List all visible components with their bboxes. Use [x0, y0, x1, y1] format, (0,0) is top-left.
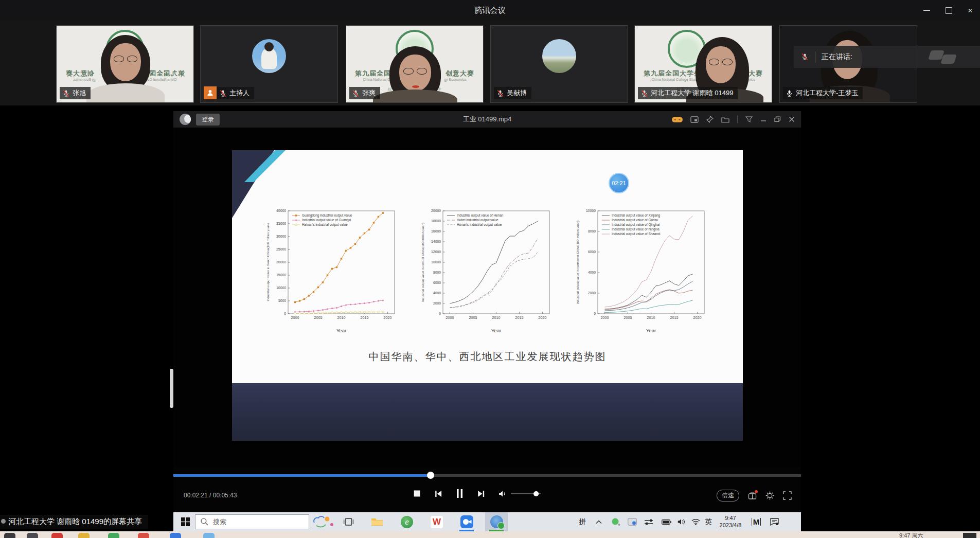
host-taskbar-icon[interactable]	[51, 533, 63, 538]
participant-name-badge: 吴献博	[494, 87, 531, 99]
folder-icon[interactable]	[721, 116, 729, 123]
tencent-meeting-taskbar-icon[interactable]	[455, 512, 478, 531]
svg-text:4000: 4000	[433, 291, 441, 295]
tray-expand-chevron-icon[interactable]	[592, 512, 605, 531]
language-indicator[interactable]: 英	[702, 512, 715, 531]
tray-chat-app-icon[interactable]	[609, 512, 623, 531]
close-icon[interactable]: ×	[968, 6, 973, 15]
seek-bar-fill	[173, 474, 431, 477]
host-taskbar-icon[interactable]	[203, 533, 215, 538]
addons-button[interactable]	[748, 492, 757, 499]
svg-text:18000: 18000	[431, 219, 441, 223]
gamepad-icon[interactable]	[672, 116, 683, 123]
video-viewport[interactable]: 02:21 0500010000150002000025000300003500…	[173, 128, 801, 467]
pause-button[interactable]	[456, 489, 464, 498]
ime-pinyin-indicator[interactable]: 拼	[576, 512, 589, 531]
tray-screenshot-app-icon[interactable]	[625, 512, 639, 531]
edge-scroll-handle[interactable]	[170, 369, 173, 408]
svg-text:14000: 14000	[431, 240, 441, 243]
taskbar-search-input[interactable]: 搜索	[195, 514, 309, 529]
muted-mic-icon	[640, 89, 648, 97]
participant-tile-wuxianbo[interactable]: 吴献博	[490, 25, 628, 103]
meeting-title: 腾讯会议	[475, 6, 506, 15]
player-settings-gear-icon[interactable]	[765, 491, 774, 500]
chart-central-china: 0200040006000800010000120001400016000180…	[419, 206, 556, 335]
host-taskbar-icon[interactable]	[4, 533, 15, 538]
host-taskbar-icon[interactable]	[138, 533, 149, 538]
pc-manager-icon[interactable]	[485, 512, 508, 531]
seek-bar[interactable]	[173, 474, 801, 477]
svg-text:Industrial output value of Xin: Industrial output value of Xinjiang	[612, 213, 661, 218]
host-taskbar-icon[interactable]	[78, 533, 90, 538]
mini-window-icon[interactable]	[690, 116, 699, 123]
volume-knob[interactable]	[533, 491, 539, 496]
action-center-icon[interactable]	[766, 512, 782, 531]
participant-tile-host[interactable]: 主持人	[200, 25, 338, 103]
svg-text:2020: 2020	[539, 315, 547, 320]
host-taskbar-icon[interactable]	[108, 533, 119, 538]
wps-icon[interactable]: W	[425, 512, 448, 531]
participant-tile-xieyuhan[interactable]: 第九届全国大学生创意大赛 China National College Stud…	[634, 25, 772, 103]
player-titlebar[interactable]: 登录 工业 01499.mp4	[173, 111, 801, 128]
participant-name-badge: 张旭	[60, 87, 91, 99]
tray-sliders-icon[interactable]	[642, 512, 656, 531]
minimize-icon[interactable]	[923, 10, 930, 11]
file-explorer-icon[interactable]	[366, 512, 388, 531]
host-clock[interactable]: 9:47 周六	[899, 532, 923, 538]
player-restore-icon[interactable]	[774, 116, 781, 122]
weather-widget-icon[interactable]	[311, 514, 335, 529]
speaking-label: 正在讲话:	[822, 52, 852, 62]
tray-speaker-icon[interactable]	[674, 512, 688, 531]
svg-text:2015: 2015	[361, 315, 369, 320]
host-taskbar-button[interactable]	[963, 533, 976, 538]
svg-text:2015: 2015	[670, 315, 679, 320]
participant-tile-zhangxu[interactable]: 第九届全国大学生创意大赛 China National College Stud…	[56, 25, 194, 103]
tray-date: 2023/4/8	[720, 522, 742, 529]
svg-text:Hainan's industrial output val: Hainan's industrial output value	[302, 223, 348, 227]
volume-control[interactable]	[498, 490, 541, 497]
svg-text:Industrial output value of Hen: Industrial output value of Henan	[457, 213, 504, 218]
svg-text:15000: 15000	[276, 273, 286, 277]
previous-button[interactable]	[434, 490, 442, 498]
start-button[interactable]	[176, 512, 194, 531]
clock[interactable]: 9:472023/4/8	[715, 512, 746, 531]
chart-south-china: 0500010000150002000025000300003500040000…	[264, 206, 401, 335]
next-button[interactable]	[477, 490, 485, 498]
svg-text:Industrial output value of Nin: Industrial output value of Ningxia	[612, 227, 660, 231]
wifi-icon[interactable]	[689, 512, 702, 531]
svg-text:Industrial output value in Sou: Industrial output value in South China(1…	[266, 223, 270, 301]
svg-text:Year: Year	[646, 328, 656, 333]
meeting-watermark-logo	[926, 50, 963, 64]
player-minimize-icon[interactable]	[760, 116, 767, 122]
svg-text:Hubei industrial output value: Hubei industrial output value	[457, 218, 498, 222]
volume-icon[interactable]	[498, 490, 507, 497]
browser-icon[interactable]: e	[396, 512, 418, 531]
fullscreen-icon[interactable]	[783, 491, 792, 500]
stop-button[interactable]	[413, 490, 421, 497]
svg-text:2005: 2005	[469, 315, 477, 320]
seek-bar-knob[interactable]	[427, 472, 434, 479]
meeting-titlebar: 腾讯会议 ×	[0, 0, 980, 21]
volume-slider[interactable]	[511, 493, 541, 494]
svg-text:2000: 2000	[433, 301, 441, 305]
playback-speed-button[interactable]: 倍速	[717, 490, 739, 501]
svg-text:Industrial output value of Sha: Industrial output value of Shaanxi	[612, 232, 661, 236]
task-view-button[interactable]	[337, 512, 360, 531]
login-button[interactable]: 登录	[196, 114, 220, 125]
muted-mic-icon	[801, 53, 809, 61]
player-close-icon[interactable]	[789, 116, 795, 122]
svg-text:2000: 2000	[446, 315, 454, 320]
host-taskbar-icon[interactable]	[27, 533, 38, 538]
pin-icon[interactable]	[706, 116, 714, 123]
host-taskbar-icon[interactable]	[170, 533, 181, 538]
svg-text:2005: 2005	[314, 315, 323, 320]
battery-icon[interactable]	[659, 512, 673, 531]
svg-text:2010: 2010	[492, 315, 501, 320]
svg-text:10000: 10000	[276, 286, 286, 290]
svg-text:10000: 10000	[586, 209, 596, 212]
m-app-tray-icon[interactable]: M	[749, 512, 764, 531]
svg-text:40000: 40000	[276, 209, 286, 212]
maximize-icon[interactable]	[946, 7, 952, 14]
settings-dropdown-icon[interactable]	[745, 116, 753, 122]
participant-tile-zhangshuang[interactable]: 第九届全国大学生创意大赛 China National College Stud…	[346, 25, 484, 103]
